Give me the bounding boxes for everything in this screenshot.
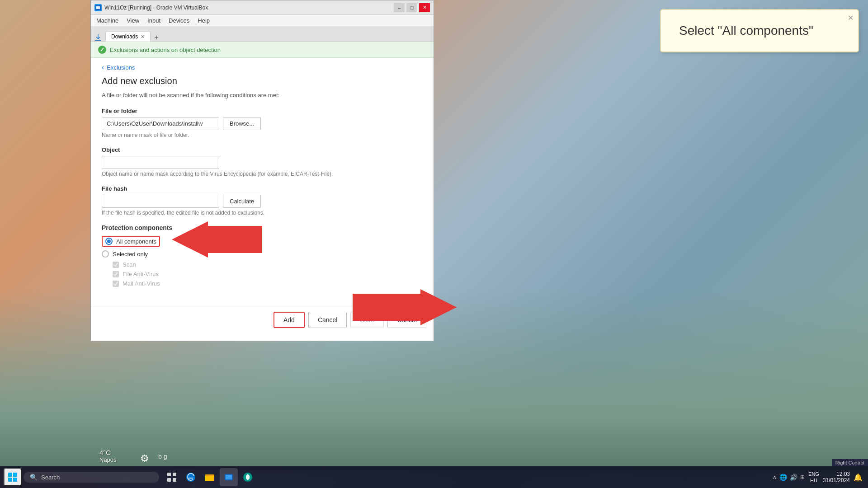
selected-only-option[interactable]: Selected only (102, 250, 423, 258)
minimize-button[interactable]: – (394, 3, 405, 12)
right-arrow-annotation (353, 289, 457, 325)
maximize-button[interactable]: □ (406, 3, 417, 12)
menu-view[interactable]: View (123, 16, 143, 25)
svg-rect-15 (205, 476, 214, 481)
browse-button[interactable]: Browse... (223, 117, 261, 130)
notification-text: Exclusions and actions on object detecti… (110, 47, 221, 53)
add-button[interactable]: Add (274, 312, 305, 328)
file-av-label: File Anti-Virus (123, 271, 159, 277)
object-hint: Object name or name mask according to th… (102, 171, 423, 177)
weather-widget: 4°C Napos (99, 449, 117, 463)
svg-rect-2 (95, 40, 101, 41)
window-title: Win11Oz [Running] - Oracle VM VirtualBox (104, 5, 208, 11)
language-selector[interactable]: ENG HU (808, 471, 819, 484)
notification-bar: ✓ Exclusions and actions on object detec… (91, 42, 434, 58)
all-components-option[interactable]: All components (102, 236, 423, 247)
kaspersky-button[interactable] (239, 468, 257, 486)
protection-components-group: Protection components All components (102, 224, 423, 287)
form-subtitle: A file or folder will not be scanned if … (102, 92, 423, 99)
downloads-tab[interactable]: Downloads ✕ (105, 31, 151, 42)
right-control-text: Right Control (835, 460, 864, 465)
cancel-button[interactable]: Cancel (308, 312, 347, 328)
clock-widget[interactable]: 12:03 31/01/2024 (823, 471, 850, 483)
svg-rect-1 (96, 6, 100, 9)
svg-rect-18 (226, 475, 232, 479)
svg-rect-9 (167, 473, 171, 476)
right-control-bar: Right Control (832, 459, 868, 466)
tooltip-box: ✕ Select "All components" (660, 9, 859, 52)
all-components-radio (105, 238, 113, 245)
file-hash-input-row: Calculate (102, 195, 423, 208)
file-folder-label: File or folder (102, 108, 423, 114)
taskbar-search-bar[interactable]: 🔍 Search (24, 472, 159, 483)
weather-temp: 4°C (99, 449, 117, 456)
task-view-button[interactable] (163, 468, 181, 486)
tooltip-close-icon[interactable]: ✕ (848, 14, 854, 22)
windows-logo-icon (7, 472, 18, 483)
tab-close-btn[interactable]: ✕ (141, 34, 145, 40)
new-tab-button[interactable]: + (151, 33, 161, 42)
network-icon[interactable]: 🌐 (779, 474, 787, 481)
menu-devices[interactable]: Devices (165, 16, 193, 25)
settings-icon[interactable]: ⚙ (140, 453, 149, 465)
breadcrumb-link[interactable]: Exclusions (107, 64, 135, 71)
all-components-selected-box: All components (102, 236, 160, 247)
form-area: Add new exclusion A file or folder will … (91, 74, 434, 306)
selected-only-radio (102, 250, 109, 258)
object-input[interactable] (102, 156, 219, 169)
file-av-checkbox-option: File Anti-Virus (113, 271, 423, 277)
calculate-button[interactable]: Calculate (223, 195, 261, 208)
file-explorer-button[interactable] (201, 468, 219, 486)
file-folder-input[interactable] (102, 117, 219, 130)
svg-rect-10 (173, 473, 176, 476)
mail-av-checkbox-option: Mail Anti-Virus (113, 280, 423, 287)
notification-icon[interactable]: 🔔 (854, 473, 863, 482)
edge-browser-button[interactable] (182, 468, 200, 486)
svg-rect-8 (13, 478, 17, 482)
title-left: Win11Oz [Running] - Oracle VM VirtualBox (94, 4, 208, 11)
desktop: Win11Oz [Running] - Oracle VM VirtualBox… (0, 0, 868, 488)
display-icon[interactable]: ⊞ (800, 474, 805, 480)
titlebar: Win11Oz [Running] - Oracle VM VirtualBox… (91, 0, 434, 15)
file-hash-group: File hash Calculate If the file hash is … (102, 185, 423, 216)
menu-machine[interactable]: Machine (93, 16, 122, 25)
virtualbox-taskbar-button[interactable] (220, 468, 238, 486)
menu-input[interactable]: Input (144, 16, 164, 25)
svg-rect-12 (173, 478, 176, 482)
file-folder-group: File or folder Browse... Name or name ma… (102, 108, 423, 138)
close-button[interactable]: ✕ (419, 3, 430, 12)
date-display: 31/01/2024 (823, 477, 850, 483)
start-button[interactable] (4, 468, 22, 486)
breadcrumb: ‹ Exclusions (91, 58, 434, 74)
time-display: 12:03 (823, 471, 850, 477)
selected-only-label: Selected only (113, 251, 148, 258)
left-arrow-annotation (172, 221, 262, 258)
tray-chevron-icon[interactable]: ∧ (773, 474, 777, 480)
search-text: Search (41, 474, 60, 481)
weather-location: Napos (99, 456, 117, 463)
menu-help[interactable]: Help (194, 16, 213, 25)
svg-rect-6 (13, 473, 17, 477)
far-right-tray (864, 466, 868, 488)
svg-rect-5 (8, 473, 12, 477)
all-components-label: All components (116, 238, 156, 245)
object-group: Object Object name or name mask accordin… (102, 146, 423, 177)
file-hash-hint: If the file hash is specified, the edite… (102, 210, 423, 216)
file-hash-label: File hash (102, 185, 423, 192)
scan-checkbox (113, 262, 119, 268)
file-hash-input[interactable] (102, 195, 219, 208)
downloads-icon (94, 33, 103, 42)
scan-label: Scan (123, 261, 136, 268)
system-tray: ∧ 🌐 🔊 ⊞ (773, 474, 805, 481)
protection-components-label: Protection components (102, 224, 423, 231)
lang-text: ENG (808, 471, 819, 477)
vbox-icon (94, 4, 102, 11)
window-controls: – □ ✕ (394, 3, 430, 12)
svg-marker-4 (353, 289, 457, 325)
volume-icon[interactable]: 🔊 (790, 474, 797, 481)
mail-av-label: Mail Anti-Virus (123, 280, 160, 287)
svg-rect-7 (8, 478, 12, 482)
svg-rect-16 (205, 474, 209, 476)
file-av-checkbox (113, 271, 119, 277)
back-arrow-icon[interactable]: ‹ (102, 63, 104, 71)
